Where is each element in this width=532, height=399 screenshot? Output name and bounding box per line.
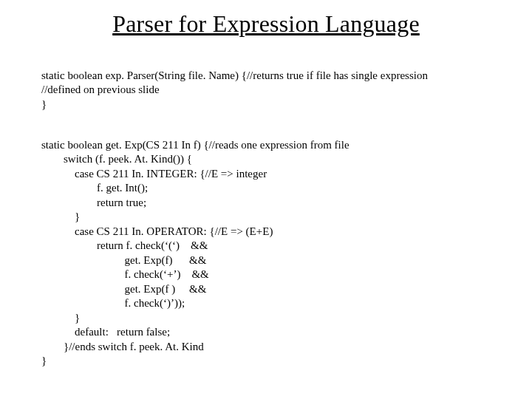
- code-line: return f. check(‘(‘) &&: [41, 239, 208, 251]
- code-line: return true;: [41, 197, 146, 208]
- code-line: static boolean exp. Parser(String file. …: [41, 69, 428, 81]
- code-line: case CS 211 In. INTEGER: {//E => integer: [41, 168, 267, 180]
- code-line: get. Exp(f ) &&: [41, 283, 206, 295]
- slide-title: Parser for Expression Language: [41, 10, 491, 38]
- code-line: }: [41, 211, 80, 222]
- slide: Parser for Expression Language static bo…: [0, 0, 532, 369]
- code-line: switch (f. peek. At. Kind()) {: [41, 153, 192, 165]
- code-line: //defined on previous slide: [41, 83, 160, 95]
- code-line: case CS 211 In. OPERATOR: {//E => (E+E): [41, 225, 273, 237]
- code-line: }: [41, 98, 47, 110]
- code-line: f. check(‘)’));: [41, 297, 185, 309]
- code-line: get. Exp(f) &&: [41, 254, 206, 266]
- code-line: static boolean get. Exp(CS 211 In f) {//…: [41, 139, 349, 151]
- code-line: f. check(‘+’) &&: [41, 268, 209, 280]
- code-block-1: static boolean exp. Parser(String file. …: [41, 54, 491, 112]
- code-line: }: [41, 312, 80, 324]
- code-block-2: static boolean get. Exp(CS 211 In f) {//…: [41, 123, 491, 369]
- code-line: }: [41, 355, 47, 366]
- code-line: }//ends switch f. peek. At. Kind: [41, 341, 204, 352]
- code-line: f. get. Int();: [41, 182, 148, 194]
- code-line: default: return false;: [41, 326, 170, 338]
